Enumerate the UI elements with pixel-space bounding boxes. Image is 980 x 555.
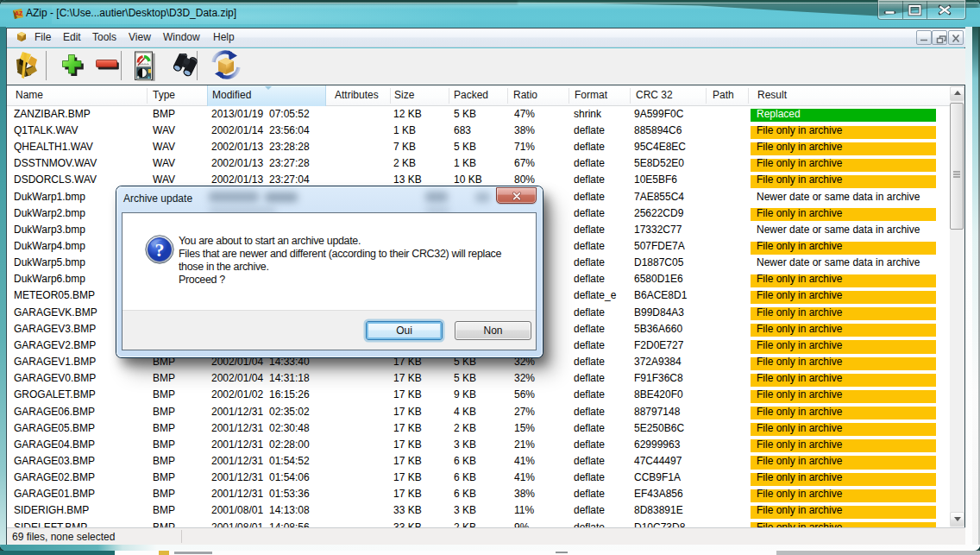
svg-text:AZ: AZ <box>15 10 23 16</box>
svg-text:?: ? <box>155 239 165 261</box>
